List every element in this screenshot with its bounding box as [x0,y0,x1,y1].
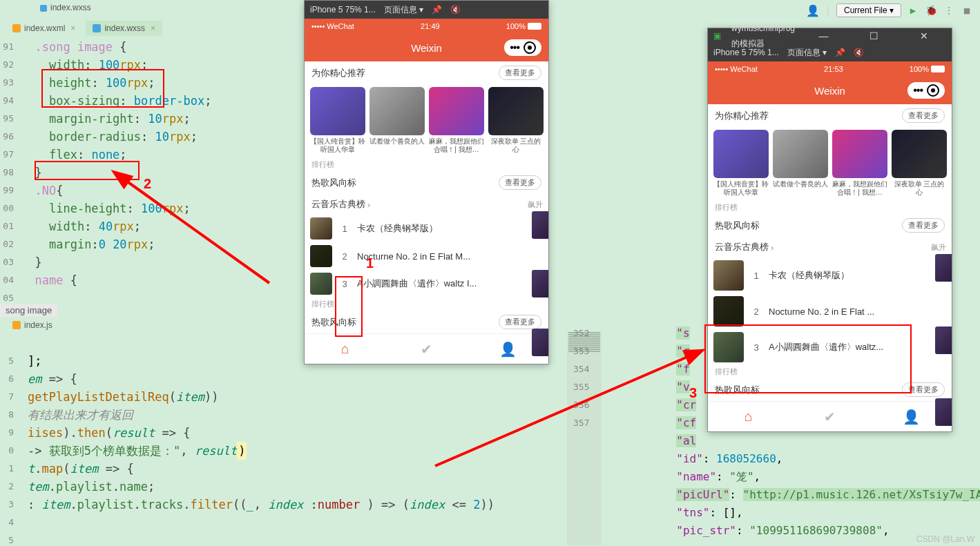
annotation-1: 1 [366,255,374,271]
sim-content[interactable]: 为你精心推荐 查看更多 【国人纯音赏】聆听国人华章 试着做个善良的人 麻麻，我想… [305,61,548,364]
wxss-icon [93,24,101,32]
section-title: 为你精心推荐 [311,67,365,79]
nav-title: Weixin [411,42,442,54]
recommend-list[interactable]: 【国人纯音赏】聆听国人华章 试着做个善良的人 麻麻，我想跟他们合唱！| 我想… … [708,127,952,201]
run-icon[interactable]: ▶ [907,5,919,16]
close-icon[interactable] [523,41,536,54]
run-config-dropdown[interactable]: Current File ▾ [836,3,901,17]
nav-title: Weixin [814,85,845,97]
tab-bar: ⌂ ✔ 👤 [708,401,952,431]
hover-hint: song image [0,304,57,317]
window-titlebar: ▣ wymusicminiprog的模拟器 — ☐ ✕ [708,28,952,43]
maximize-button[interactable]: ☐ [852,28,896,43]
section-title: 热歌风向标 [715,220,760,232]
watermark: CSDN @Lan.W [916,534,974,544]
tab-profile[interactable]: 👤 [903,409,919,425]
recommend-item[interactable]: 试着做个善良的人 [369,87,425,155]
song-row[interactable]: 2Nocturne No. 2 in E Flat ... [708,293,952,329]
mute-icon[interactable]: 🔇 [854,48,864,57]
time: 21:53 [824,65,843,73]
tab-index-js[interactable]: index.js [6,318,59,333]
recommend-item[interactable]: 深夜歌单 三点的心 [892,130,947,198]
gutter: 5678901234567 [0,352,19,546]
capsule-button[interactable]: ••• [504,39,541,56]
minimize-button[interactable]: — [802,28,845,43]
ide-toolbar: 👤 | Current File ▾ ▶ 🐞 ⋮ ■ [806,3,973,17]
tab-home[interactable]: ⌂ [740,409,757,425]
chart-link[interactable]: 云音乐古典榜› 飙升 [708,237,952,257]
tab-check[interactable]: ✔ [821,409,838,425]
carrier: ••••• WeChat [715,65,758,73]
close-icon[interactable]: × [70,23,75,33]
more-button[interactable]: 查看更多 [499,175,541,190]
more-button[interactable]: 查看更多 [902,382,945,397]
song-row[interactable]: 2Nocturne No. 2 in E Flat M... [305,242,548,270]
code-content[interactable]: ];em => {getPlayListDetailReq(item))有结果出… [28,352,494,514]
song-row[interactable]: 3A小調圓舞曲〈遺作〉waltz... [708,329,952,365]
page-info-dropdown[interactable]: 页面信息 ▾ [384,4,423,16]
recommend-list[interactable]: 【国人纯音赏】聆听国人华章 试着做个善良的人 麻麻，我想跟他们合唱！| 我想… … [305,84,548,158]
status-bar: ••••• WeChat 21:49 100% [305,19,548,34]
breadcrumb-file[interactable]: index.wxss [33,0,98,15]
device-label[interactable]: iPhone 5 75% 1... [310,5,376,14]
window-title: wymusicminiprog的模拟器 [731,21,795,51]
tab-index-wxml[interactable]: index.wxml × [6,21,82,36]
more-button[interactable]: 查看更多 [499,315,541,329]
song-row[interactable]: 1卡农（经典钢琴版） [708,257,952,293]
mute-icon[interactable]: 🔇 [450,5,461,14]
section-sub: 排行榜 [708,201,952,214]
pin-icon[interactable]: 📌 [835,48,845,57]
page-info-dropdown[interactable]: 页面信息 ▾ [787,47,827,59]
section-sub: 排行榜 [305,158,548,171]
recommend-item[interactable]: 麻麻，我想跟他们合唱！| 我想… [832,130,887,198]
sim-content[interactable]: 为你精心推荐 查看更多 【国人纯音赏】聆听国人华章 试着做个善良的人 麻麻，我想… [708,104,952,431]
debug-icon[interactable]: 🐞 [925,5,937,16]
chart-link[interactable]: 云音乐古典榜› 飙升 [305,194,548,215]
device-label[interactable]: iPhone 5 75% 1... [713,48,779,57]
recommend-item[interactable]: 深夜歌单 三点的心 [488,87,544,155]
chevron-icon: › [367,199,370,210]
editor-wxss[interactable]: 919293949596979899000102030405 .song ima… [0,38,304,314]
close-button[interactable]: ✕ [903,28,946,43]
menu-icon[interactable]: ••• [510,41,519,54]
more-button[interactable]: 查看更多 [902,218,945,233]
tab-label: index.wxml [24,23,65,33]
more-button[interactable]: 查看更多 [902,108,945,123]
close-icon[interactable]: × [151,23,155,33]
tab-index-wxss[interactable]: index.wxss × [86,21,162,36]
pin-icon[interactable]: 📌 [432,5,442,14]
js-icon [12,321,21,329]
tab-check[interactable]: ✔ [418,341,434,358]
section-title: 热歌风向标 [311,316,356,329]
recommend-item[interactable]: 试着做个善良的人 [773,130,828,198]
carrier-label: ••••• WeChat [311,22,354,30]
sim-toolbar: iPhone 5 75% 1... 页面信息 ▾ 📌 🔇 [305,1,548,19]
status-bar: ••••• WeChat 21:53 100% [708,61,952,77]
nav-bar: Weixin ••• [708,77,952,104]
tab-label: index.wxss [104,23,145,33]
battery-indicator: 100% [506,22,541,30]
nav-bar: Weixin ••• [305,34,548,61]
recommend-item[interactable]: 【国人纯音赏】聆听国人华章 [713,130,769,198]
capsule-button[interactable]: ••• [907,82,945,99]
song-row[interactable]: 1卡农（经典钢琴版） [305,215,548,242]
section-title: 热歌风向标 [311,177,356,189]
app-icon: ▣ [713,28,721,43]
menu-icon[interactable]: ••• [913,84,923,97]
song-row[interactable]: 3A小調圓舞曲〈遺作〉waltz I... [305,270,548,298]
user-icon[interactable]: 👤 [806,4,820,17]
stop-icon[interactable]: ■ [961,5,973,16]
tab-bar: ⌂ ✔ 👤 [305,333,548,364]
recommend-item[interactable]: 麻麻，我想跟他们合唱！| 我想… [429,87,484,155]
section-sub: 排行榜 [708,365,952,378]
more-icon[interactable]: ⋮ [943,5,955,16]
tab-profile[interactable]: 👤 [499,341,516,358]
annotation-2: 2 [144,176,151,192]
code-content[interactable]: .song image { width: 100rpx; height: 100… [21,38,211,289]
chevron-icon: › [771,242,774,253]
close-icon[interactable] [927,84,939,97]
recommend-item[interactable]: 【国人纯音赏】聆听国人华章 [310,87,365,155]
gutter: 352353354355356357 [573,324,593,432]
tab-home[interactable]: ⌂ [337,341,354,358]
more-button[interactable]: 查看更多 [499,66,541,80]
